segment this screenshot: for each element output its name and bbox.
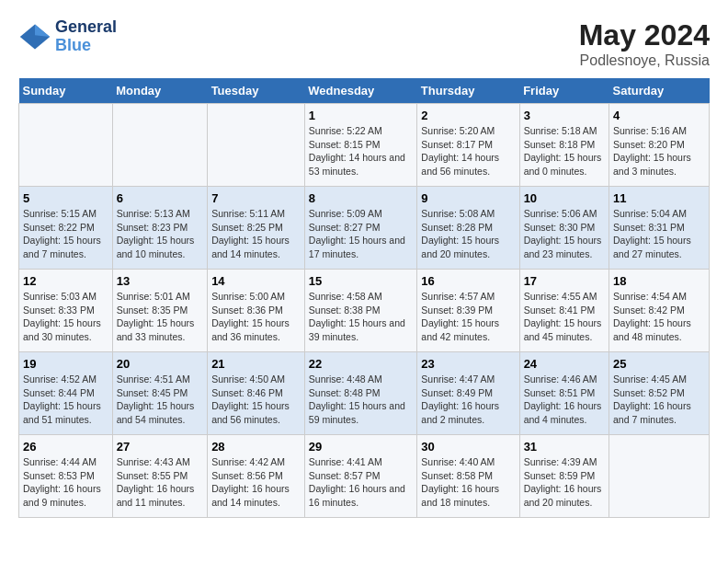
calendar-cell: 28Sunrise: 4:42 AM Sunset: 8:56 PM Dayli… xyxy=(208,435,305,518)
day-number: 11 xyxy=(613,191,705,205)
cell-info: Sunrise: 5:08 AM Sunset: 8:28 PM Dayligh… xyxy=(421,207,515,261)
day-number: 10 xyxy=(524,191,605,205)
calendar-cell: 30Sunrise: 4:40 AM Sunset: 8:58 PM Dayli… xyxy=(417,435,519,518)
cell-info: Sunrise: 5:11 AM Sunset: 8:25 PM Dayligh… xyxy=(211,207,301,261)
cell-info: Sunrise: 4:41 AM Sunset: 8:57 PM Dayligh… xyxy=(309,455,414,510)
cell-info: Sunrise: 5:01 AM Sunset: 8:35 PM Dayligh… xyxy=(117,290,203,344)
day-number: 2 xyxy=(421,109,515,122)
calendar-cell: 19Sunrise: 4:52 AM Sunset: 8:44 PM Dayli… xyxy=(19,352,113,435)
header-sunday: Sunday xyxy=(19,78,113,104)
day-number: 18 xyxy=(613,274,705,288)
cell-info: Sunrise: 4:39 AM Sunset: 8:59 PM Dayligh… xyxy=(524,455,605,510)
logo: General Blue xyxy=(18,18,117,55)
day-number: 17 xyxy=(524,274,605,288)
cell-info: Sunrise: 5:04 AM Sunset: 8:31 PM Dayligh… xyxy=(613,207,705,261)
calendar-cell: 17Sunrise: 4:55 AM Sunset: 8:41 PM Dayli… xyxy=(519,270,609,352)
week-row-3: 19Sunrise: 4:52 AM Sunset: 8:44 PM Dayli… xyxy=(19,352,710,435)
calendar-cell: 24Sunrise: 4:46 AM Sunset: 8:51 PM Dayli… xyxy=(519,352,609,435)
logo-text: General Blue xyxy=(55,18,117,55)
logo-icon xyxy=(18,20,51,53)
cell-info: Sunrise: 5:15 AM Sunset: 8:22 PM Dayligh… xyxy=(23,207,108,261)
week-row-4: 26Sunrise: 4:44 AM Sunset: 8:53 PM Dayli… xyxy=(19,435,710,518)
calendar-cell: 8Sunrise: 5:09 AM Sunset: 8:27 PM Daylig… xyxy=(304,187,417,270)
logo-line1: General xyxy=(55,18,117,37)
day-number: 5 xyxy=(23,191,108,205)
calendar-cell: 20Sunrise: 4:51 AM Sunset: 8:45 PM Dayli… xyxy=(112,352,207,435)
cell-info: Sunrise: 4:51 AM Sunset: 8:45 PM Dayligh… xyxy=(117,373,203,427)
header-friday: Friday xyxy=(519,78,609,104)
header-monday: Monday xyxy=(112,78,207,104)
cell-info: Sunrise: 5:13 AM Sunset: 8:23 PM Dayligh… xyxy=(117,207,203,261)
cell-info: Sunrise: 5:18 AM Sunset: 8:18 PM Dayligh… xyxy=(524,124,605,178)
day-number: 31 xyxy=(524,440,605,454)
header-tuesday: Tuesday xyxy=(208,78,305,104)
day-number: 24 xyxy=(524,357,605,371)
calendar-body: 1Sunrise: 5:22 AM Sunset: 8:15 PM Daylig… xyxy=(19,104,710,518)
calendar-cell: 26Sunrise: 4:44 AM Sunset: 8:53 PM Dayli… xyxy=(19,435,113,518)
cell-info: Sunrise: 4:54 AM Sunset: 8:42 PM Dayligh… xyxy=(613,290,705,344)
header-thursday: Thursday xyxy=(417,78,519,104)
cell-info: Sunrise: 4:44 AM Sunset: 8:53 PM Dayligh… xyxy=(23,455,108,510)
day-number: 27 xyxy=(117,440,203,454)
day-number: 14 xyxy=(211,274,301,288)
calendar-cell: 5Sunrise: 5:15 AM Sunset: 8:22 PM Daylig… xyxy=(19,187,113,270)
day-number: 9 xyxy=(421,191,515,205)
day-number: 20 xyxy=(117,357,203,371)
cell-info: Sunrise: 4:48 AM Sunset: 8:48 PM Dayligh… xyxy=(309,373,414,427)
page-subtitle: Podlesnoye, Russia xyxy=(579,52,710,69)
calendar-cell xyxy=(609,435,710,518)
day-number: 25 xyxy=(613,357,705,371)
calendar-cell: 7Sunrise: 5:11 AM Sunset: 8:25 PM Daylig… xyxy=(208,187,305,270)
day-number: 19 xyxy=(23,357,108,371)
day-number: 4 xyxy=(613,109,705,122)
header-row: SundayMondayTuesdayWednesdayThursdayFrid… xyxy=(19,78,710,104)
cell-info: Sunrise: 4:46 AM Sunset: 8:51 PM Dayligh… xyxy=(524,373,605,427)
week-row-2: 12Sunrise: 5:03 AM Sunset: 8:33 PM Dayli… xyxy=(19,270,710,352)
calendar-cell: 16Sunrise: 4:57 AM Sunset: 8:39 PM Dayli… xyxy=(417,270,519,352)
calendar-cell: 14Sunrise: 5:00 AM Sunset: 8:36 PM Dayli… xyxy=(208,270,305,352)
calendar-cell: 1Sunrise: 5:22 AM Sunset: 8:15 PM Daylig… xyxy=(304,104,417,187)
calendar-cell: 10Sunrise: 5:06 AM Sunset: 8:30 PM Dayli… xyxy=(519,187,609,270)
calendar-cell: 25Sunrise: 4:45 AM Sunset: 8:52 PM Dayli… xyxy=(609,352,710,435)
cell-info: Sunrise: 5:16 AM Sunset: 8:20 PM Dayligh… xyxy=(613,124,705,178)
day-number: 23 xyxy=(421,357,515,371)
week-row-1: 5Sunrise: 5:15 AM Sunset: 8:22 PM Daylig… xyxy=(19,187,710,270)
calendar-cell: 4Sunrise: 5:16 AM Sunset: 8:20 PM Daylig… xyxy=(609,104,710,187)
calendar-cell: 18Sunrise: 4:54 AM Sunset: 8:42 PM Dayli… xyxy=(609,270,710,352)
day-number: 1 xyxy=(309,109,414,122)
calendar-cell: 22Sunrise: 4:48 AM Sunset: 8:48 PM Dayli… xyxy=(304,352,417,435)
cell-info: Sunrise: 5:09 AM Sunset: 8:27 PM Dayligh… xyxy=(309,207,414,261)
cell-info: Sunrise: 4:58 AM Sunset: 8:38 PM Dayligh… xyxy=(309,290,414,344)
calendar-cell: 31Sunrise: 4:39 AM Sunset: 8:59 PM Dayli… xyxy=(519,435,609,518)
header-wednesday: Wednesday xyxy=(304,78,417,104)
calendar-cell: 12Sunrise: 5:03 AM Sunset: 8:33 PM Dayli… xyxy=(19,270,113,352)
day-number: 13 xyxy=(117,274,203,288)
calendar-cell: 11Sunrise: 5:04 AM Sunset: 8:31 PM Dayli… xyxy=(609,187,710,270)
day-number: 28 xyxy=(211,440,301,454)
cell-info: Sunrise: 4:40 AM Sunset: 8:58 PM Dayligh… xyxy=(421,455,515,510)
cell-info: Sunrise: 5:06 AM Sunset: 8:30 PM Dayligh… xyxy=(524,207,605,261)
cell-info: Sunrise: 4:55 AM Sunset: 8:41 PM Dayligh… xyxy=(524,290,605,344)
cell-info: Sunrise: 4:43 AM Sunset: 8:55 PM Dayligh… xyxy=(117,455,203,510)
day-number: 22 xyxy=(309,357,414,371)
calendar-cell xyxy=(112,104,207,187)
day-number: 29 xyxy=(309,440,414,454)
page-title: May 2024 xyxy=(579,18,710,52)
day-number: 7 xyxy=(211,191,301,205)
calendar-cell xyxy=(208,104,305,187)
cell-info: Sunrise: 5:20 AM Sunset: 8:17 PM Dayligh… xyxy=(421,124,515,178)
calendar-cell xyxy=(19,104,113,187)
day-number: 6 xyxy=(117,191,203,205)
calendar-cell: 9Sunrise: 5:08 AM Sunset: 8:28 PM Daylig… xyxy=(417,187,519,270)
cell-info: Sunrise: 4:50 AM Sunset: 8:46 PM Dayligh… xyxy=(211,373,301,427)
cell-info: Sunrise: 4:52 AM Sunset: 8:44 PM Dayligh… xyxy=(23,373,108,427)
calendar-cell: 13Sunrise: 5:01 AM Sunset: 8:35 PM Dayli… xyxy=(112,270,207,352)
header-saturday: Saturday xyxy=(609,78,710,104)
cell-info: Sunrise: 4:47 AM Sunset: 8:49 PM Dayligh… xyxy=(421,373,515,427)
logo-line2: Blue xyxy=(55,37,117,55)
title-block: May 2024 Podlesnoye, Russia xyxy=(579,18,710,69)
page-header: General Blue May 2024 Podlesnoye, Russia xyxy=(18,18,710,69)
calendar-cell: 2Sunrise: 5:20 AM Sunset: 8:17 PM Daylig… xyxy=(417,104,519,187)
day-number: 16 xyxy=(421,274,515,288)
calendar-cell: 6Sunrise: 5:13 AM Sunset: 8:23 PM Daylig… xyxy=(112,187,207,270)
